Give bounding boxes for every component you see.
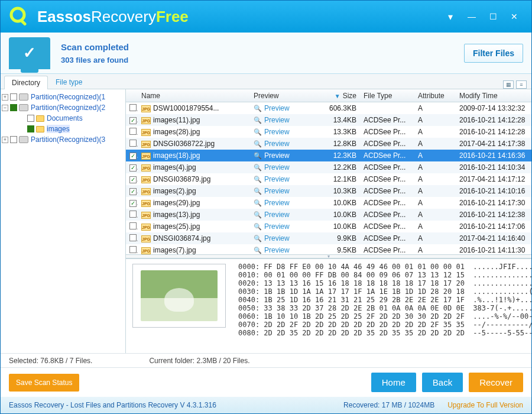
file-attribute: A — [414, 187, 456, 195]
file-row[interactable]: ✓JPGimages(11).jpg🔍Preview13.4KBACDSee P… — [126, 114, 531, 126]
preview-link[interactable]: Preview — [264, 199, 290, 207]
titlebar: EassosRecoveryFree ▾ — ☐ ✕ — [1, 1, 531, 33]
checkbox[interactable]: ✓ — [129, 188, 137, 195]
file-time: 2016-10-21 14:17:06 — [456, 222, 531, 231]
upgrade-link[interactable]: Upgrade To Full Version — [447, 401, 523, 409]
file-time: 2016-10-21 14:17:30 — [456, 199, 531, 207]
file-row[interactable]: JPGDNSGI0368722.jpg🔍Preview12.8KBACDSee … — [126, 138, 531, 150]
file-size: 9.5KB — [313, 246, 360, 254]
app-version-label: Eassos Recovery - Lost Files and Partiti… — [9, 401, 216, 409]
image-thumbnail[interactable] — [132, 264, 226, 328]
close-button[interactable]: ✕ — [504, 10, 524, 23]
magnifier-icon: 🔍 — [254, 223, 262, 230]
file-row[interactable]: ✓JPGimages(2).jpg🔍Preview10.3KBACDSee Pr… — [126, 185, 531, 197]
checkbox[interactable] — [129, 140, 137, 147]
checkbox[interactable] — [129, 222, 137, 229]
col-modify-time[interactable]: Modify Time — [456, 92, 531, 100]
tree-checkbox[interactable] — [10, 136, 17, 143]
file-row[interactable]: ✓JPGimages(29).jpg🔍Preview10.0KBACDSee P… — [126, 197, 531, 209]
tree-partition-3[interactable]: Partition(Recognized)(3 — [31, 135, 105, 144]
checkbox[interactable]: ✓ — [129, 176, 137, 183]
file-row[interactable]: ✓JPGDNSGI036879.jpg🔍Preview12.1KBACDSee … — [126, 173, 531, 185]
pin-icon[interactable]: ▾ — [440, 10, 460, 23]
preview-link[interactable]: Preview — [264, 163, 290, 172]
col-size[interactable]: ▼Size — [313, 92, 360, 100]
preview-link[interactable]: Preview — [264, 151, 290, 160]
tree-checkbox[interactable] — [10, 93, 17, 101]
preview-link[interactable]: Preview — [264, 140, 290, 148]
tree-partition-2[interactable]: Partition(Recognized)(2 — [31, 104, 105, 112]
filter-files-button[interactable]: Filter Files — [464, 44, 523, 63]
file-row[interactable]: ✓JPGimages(4).jpg🔍Preview12.2KBACDSee Pr… — [126, 161, 531, 173]
file-type: ACDSee Pr... — [360, 199, 414, 207]
back-button[interactable]: Back — [422, 373, 463, 392]
preview-link[interactable]: Preview — [264, 234, 290, 242]
preview-link[interactable]: Preview — [264, 104, 290, 112]
tree-checkbox[interactable] — [27, 125, 34, 132]
col-preview[interactable]: Preview — [250, 92, 313, 100]
preview-link[interactable]: Preview — [264, 211, 290, 219]
directory-tree[interactable]: + Partition(Recognized)(1 − Partition(Re… — [1, 89, 126, 353]
file-type: ACDSee Pr... — [360, 246, 414, 254]
checkbox[interactable] — [129, 128, 137, 135]
file-time: 2016-10-21 14:12:28 — [456, 128, 531, 136]
file-name: DNSGI036879.jpg — [153, 175, 210, 183]
col-type[interactable]: File Type — [360, 92, 414, 100]
preview-link[interactable]: Preview — [264, 222, 290, 231]
file-row[interactable]: ✓JPGimages(18).jpg🔍Preview12.3KBACDSee P… — [126, 150, 531, 161]
tree-checkbox[interactable] — [10, 104, 17, 111]
view-list-button[interactable]: ≡ — [516, 80, 527, 89]
current-folder-summary: Current folder: 2.3MB / 20 Files. — [149, 357, 249, 365]
file-row[interactable]: JPGDSW10001879554...🔍Preview606.3KBA2009… — [126, 102, 531, 114]
file-row[interactable]: JPGimages(28).jpg🔍Preview13.3KBACDSee Pr… — [126, 126, 531, 138]
preview-link[interactable]: Preview — [264, 116, 290, 124]
tab-file-type[interactable]: File type — [48, 75, 90, 89]
file-type: ACDSee Pr... — [360, 128, 414, 136]
tree-folder-documents[interactable]: Documents — [47, 114, 83, 122]
file-row[interactable]: JPGimages(13).jpg🔍Preview10.0KBACDSee Pr… — [126, 209, 531, 221]
checkbox[interactable] — [129, 104, 137, 111]
save-scan-button[interactable]: Save Scan Status — [9, 374, 79, 392]
magnifier-icon: 🔍 — [254, 128, 262, 135]
file-size: 606.3KB — [313, 104, 360, 112]
preview-link[interactable]: Preview — [264, 187, 290, 195]
minimize-button[interactable]: — — [462, 10, 482, 23]
file-row[interactable]: JPGimages(7).jpg🔍Preview9.5KBACDSee Pr..… — [126, 244, 531, 255]
file-list[interactable]: Name Preview ▼Size File Type Attribute M… — [126, 89, 531, 255]
home-button[interactable]: Home — [371, 373, 416, 392]
checkbox[interactable] — [129, 246, 137, 253]
preview-link[interactable]: Preview — [264, 175, 290, 183]
view-icons-button[interactable]: ▦ — [503, 80, 514, 89]
expand-icon[interactable]: + — [2, 137, 8, 143]
checkbox[interactable]: ✓ — [129, 117, 137, 124]
hex-viewer[interactable]: 0000: FF D8 FF E0 00 10 4A 46 49 46 00 0… — [232, 259, 531, 353]
checkbox[interactable]: ✓ — [129, 164, 137, 172]
collapse-icon[interactable]: − — [2, 105, 8, 111]
col-name[interactable]: Name — [138, 92, 250, 100]
checkbox[interactable] — [129, 211, 137, 218]
file-type: ACDSee Pr... — [360, 187, 414, 195]
recover-button[interactable]: Recover — [469, 373, 523, 392]
preview-link[interactable]: Preview — [264, 246, 290, 254]
maximize-button[interactable]: ☐ — [483, 10, 503, 23]
tree-folder-images[interactable]: images — [47, 125, 70, 133]
recovery-quota: Recovered: 17 MB / 1024MB — [343, 401, 434, 409]
tab-directory[interactable]: Directory — [4, 76, 48, 89]
monitor-check-icon: ✓ — [9, 37, 50, 69]
file-row[interactable]: JPGDNSGI036874.jpg🔍Preview9.9KBACDSee Pr… — [126, 232, 531, 244]
preview-link[interactable]: Preview — [264, 128, 290, 136]
col-attribute[interactable]: Attribute — [414, 92, 456, 100]
magnifier-icon: 🔍 — [254, 164, 262, 171]
file-name: images(28).jpg — [153, 128, 200, 136]
tree-partition-1[interactable]: Partition(Recognized)(1 — [31, 93, 105, 101]
checkbox[interactable]: ✓ — [129, 153, 137, 160]
expand-icon[interactable]: + — [2, 94, 8, 101]
file-row[interactable]: JPGimages(25).jpg🔍Preview10.0KBACDSee Pr… — [126, 221, 531, 232]
tree-checkbox[interactable] — [27, 115, 34, 122]
folder-icon — [36, 115, 44, 122]
file-name: images(11).jpg — [153, 116, 200, 124]
jpg-icon: JPG — [141, 176, 151, 183]
checkbox[interactable] — [129, 234, 137, 241]
checkbox[interactable]: ✓ — [129, 200, 137, 207]
file-type: ACDSee Pr... — [360, 211, 414, 219]
